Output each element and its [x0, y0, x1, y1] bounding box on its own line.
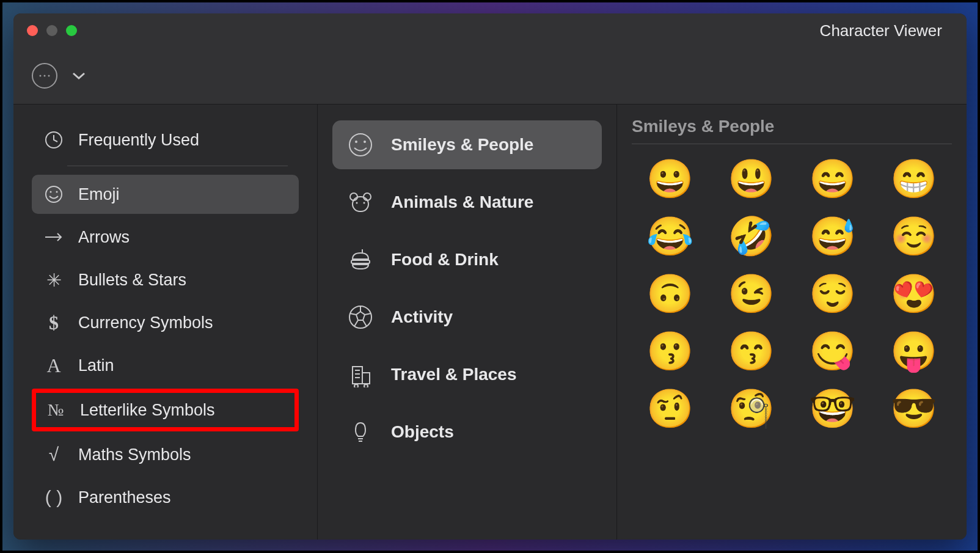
emoji-cell[interactable]: 😀: [634, 160, 706, 198]
svg-point-14: [356, 202, 358, 204]
category-item-label: Animals & Nature: [391, 192, 533, 212]
svg-point-5: [50, 191, 52, 193]
svg-point-10: [364, 141, 366, 143]
titlebar: Character Viewer: [13, 13, 967, 48]
emoji-category-list: Smileys & People Animals & Nature Food &…: [318, 104, 617, 540]
emoji-cell[interactable]: 😎: [878, 390, 949, 428]
sidebar-item-label: Arrows: [78, 228, 130, 247]
svg-line-24: [354, 320, 358, 326]
svg-line-22: [350, 313, 356, 315]
emoji-panel-header: Smileys & People: [632, 117, 952, 144]
sidebar-item-parentheses[interactable]: ( ) Parentheses: [32, 478, 299, 517]
svg-marker-19: [356, 312, 365, 320]
category-item-travel-places[interactable]: Travel & Places: [332, 350, 602, 399]
sidebar-item-maths[interactable]: √ Maths Symbols: [32, 435, 299, 474]
character-viewer-window: Character Viewer Frequently Used Emoji: [13, 13, 967, 540]
category-item-food-drink[interactable]: Food & Drink: [332, 235, 602, 284]
emoji-cell[interactable]: 🤣: [715, 218, 787, 255]
category-item-label: Travel & Places: [391, 365, 516, 384]
sidebar-categories: Frequently Used Emoji Arrows ✳ Bullets &…: [13, 104, 318, 540]
emoji-cell[interactable]: 🤓: [797, 390, 868, 428]
emoji-cell[interactable]: 😁: [878, 160, 949, 198]
maximize-button[interactable]: [66, 25, 77, 36]
smiley-icon: [43, 183, 65, 205]
sidebar-item-currency[interactable]: $ Currency Symbols: [32, 303, 299, 342]
window-title: Character Viewer: [820, 21, 942, 40]
burger-icon: [347, 246, 374, 273]
emoji-cell[interactable]: 😗: [634, 332, 706, 370]
svg-point-0: [40, 75, 42, 77]
emoji-cell[interactable]: 🧐: [715, 390, 787, 428]
emoji-cell[interactable]: ☺️: [878, 218, 949, 255]
emoji-cell[interactable]: 😅: [797, 218, 868, 255]
numero-icon: №: [45, 399, 67, 421]
category-item-label: Food & Drink: [391, 250, 499, 269]
sidebar-item-latin[interactable]: A Latin: [32, 346, 299, 385]
dollar-icon: $: [43, 312, 65, 334]
sidebar-item-emoji[interactable]: Emoji: [32, 175, 299, 214]
sidebar-item-label: Frequently Used: [78, 131, 199, 150]
sidebar-item-bullets-stars[interactable]: ✳ Bullets & Stars: [32, 260, 299, 299]
svg-point-15: [364, 202, 365, 204]
sqrt-icon: √: [43, 444, 65, 466]
svg-line-21: [365, 313, 371, 315]
emoji-grid: 😀 😃 😄 😁 😂 🤣 😅 ☺️ 🙃 😉 😌 😍 😗 😙 😋 😛 🤨 🧐 🤓: [632, 160, 952, 428]
sidebar-item-label: Latin: [78, 356, 114, 375]
clock-icon: [43, 129, 65, 151]
emoji-cell[interactable]: 😍: [878, 275, 949, 313]
divider: [67, 166, 288, 166]
category-item-objects[interactable]: Objects: [332, 408, 602, 456]
emoji-cell[interactable]: 😄: [797, 160, 868, 198]
close-button[interactable]: [27, 25, 38, 36]
emoji-cell[interactable]: 😉: [715, 275, 787, 313]
svg-rect-16: [351, 260, 370, 263]
category-item-animals-nature[interactable]: Animals & Nature: [332, 178, 602, 227]
sidebar-item-label: Bullets & Stars: [78, 271, 186, 290]
emoji-cell[interactable]: 😋: [797, 332, 868, 370]
svg-point-9: [355, 141, 357, 143]
building-icon: [347, 361, 374, 388]
svg-point-2: [48, 75, 50, 77]
emoji-cell[interactable]: 😂: [634, 218, 706, 255]
svg-point-4: [46, 186, 62, 202]
svg-point-31: [364, 384, 368, 387]
asterisk-icon: ✳: [43, 269, 65, 291]
traffic-lights: [27, 25, 77, 36]
emoji-cell[interactable]: 🤨: [634, 390, 706, 428]
arrow-icon: [43, 226, 65, 248]
parens-icon: ( ): [43, 486, 65, 508]
svg-point-6: [56, 191, 58, 193]
category-item-label: Activity: [391, 307, 453, 327]
emoji-cell[interactable]: 😌: [797, 275, 868, 313]
sidebar-item-label: Emoji: [78, 185, 120, 204]
content: Frequently Used Emoji Arrows ✳ Bullets &…: [13, 104, 967, 540]
sidebar-item-frequently-used[interactable]: Frequently Used: [32, 120, 299, 159]
chevron-down-icon[interactable]: [72, 68, 86, 84]
category-item-activity[interactable]: Activity: [332, 293, 602, 342]
sidebar-item-letterlike[interactable]: № Letterlike Symbols: [32, 389, 299, 431]
svg-rect-26: [362, 373, 370, 384]
emoji-cell[interactable]: 🙃: [634, 275, 706, 313]
minimize-button[interactable]: [46, 25, 57, 36]
soccer-icon: [347, 304, 374, 331]
category-item-smileys-people[interactable]: Smileys & People: [332, 120, 602, 169]
svg-point-1: [44, 75, 46, 77]
sidebar-item-arrows[interactable]: Arrows: [32, 218, 299, 257]
sidebar-item-label: Parentheses: [78, 488, 171, 507]
emoji-cell[interactable]: 😃: [715, 160, 787, 198]
emoji-cell[interactable]: 😛: [878, 332, 949, 370]
options-button[interactable]: [32, 63, 57, 89]
category-item-label: Smileys & People: [391, 135, 533, 155]
category-item-label: Objects: [391, 422, 454, 442]
svg-point-8: [349, 134, 371, 156]
svg-rect-13: [353, 197, 368, 211]
sidebar-item-label: Letterlike Symbols: [80, 401, 215, 420]
bulb-icon: [347, 419, 374, 445]
emoji-cell[interactable]: 😙: [715, 332, 787, 370]
sidebar-item-label: Currency Symbols: [78, 313, 213, 332]
latin-a-icon: A: [43, 354, 65, 376]
toolbar: [13, 48, 967, 104]
smiley-icon: [347, 131, 374, 158]
bear-icon: [347, 189, 374, 216]
svg-line-23: [363, 320, 367, 326]
